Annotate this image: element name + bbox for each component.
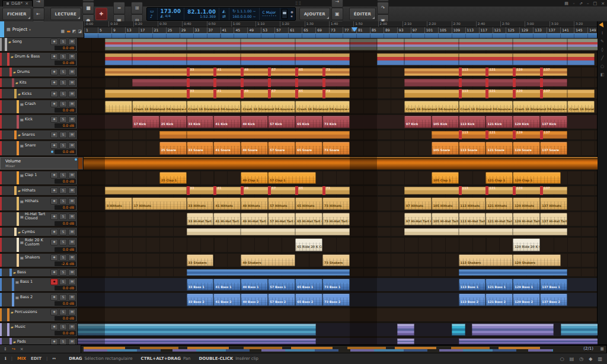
clip[interactable]: 41 Hithats (213, 197, 241, 210)
clip[interactable]: 9 Hithats (105, 197, 132, 210)
arrange-lane[interactable]: 334149576573113121129137 (77, 89, 598, 98)
clip[interactable]: Crash 16 Dixieland 04-bounce-4 (513, 101, 567, 113)
play-menu-button[interactable]: LECTURE (50, 8, 81, 20)
volume-readout[interactable]: 0.0 dB (55, 331, 76, 336)
record-arm-button[interactable]: ● (50, 279, 58, 285)
mute-button[interactable]: M (68, 294, 76, 301)
clip[interactable]: 113 Bass 1 (459, 279, 486, 290)
mute-button[interactable]: M (68, 229, 76, 235)
solo-button[interactable]: S (59, 294, 67, 301)
list-view-icon[interactable]: ▬ (66, 29, 71, 34)
track-header[interactable]: ▰Music●SM0.0 dB (0, 323, 77, 336)
track-header[interactable]: ▰Kits●SM (0, 78, 77, 87)
solo-button[interactable]: S (59, 101, 67, 107)
overview-segment[interactable] (241, 228, 295, 235)
bar-ruler[interactable]: 1591317212529333741454953576165697377818… (84, 27, 598, 33)
overview-segment[interactable] (513, 39, 567, 50)
export-icon[interactable]: ⇤ (33, 8, 44, 20)
clip[interactable]: 65 Bass 1 (295, 279, 322, 290)
volume-readout[interactable]: 0.0 dB (55, 60, 76, 65)
clip[interactable]: Crash 16 Dixieland 04-bounce-4 (567, 101, 595, 113)
overview-segment[interactable] (187, 228, 241, 235)
transport-mid-toggles[interactable]: ◭⇄ (219, 8, 229, 20)
clip[interactable]: 49 Kick (241, 116, 268, 128)
overview-segment[interactable] (472, 324, 554, 336)
overview-segment[interactable] (159, 131, 187, 139)
mute-button[interactable]: M (68, 213, 76, 220)
clip[interactable]: 105 Snare (432, 142, 459, 155)
track-header[interactable]: ▰Song●SM0.0 dB (0, 38, 77, 51)
monitor-button[interactable]: ● (50, 294, 58, 301)
track-header[interactable]: ▰Kicks●SM (0, 89, 77, 98)
overview-segment[interactable] (397, 324, 414, 336)
monitor-button[interactable]: ● (50, 187, 58, 194)
clip[interactable]: 73 Hi-Hat Tart Clos (322, 213, 350, 225)
clip[interactable]: Crash 16 Dixieland 04-bounce-4 (187, 101, 241, 113)
solo-button[interactable]: S (59, 269, 67, 276)
clip[interactable]: 49 Hithats (241, 197, 268, 210)
pointer-tool[interactable] (599, 22, 605, 28)
track-header[interactable]: ▤Ride 20 K Custom●SM0.0 dB (0, 238, 77, 252)
dot-icon[interactable]: ◦ (573, 1, 575, 6)
track-header[interactable]: ▰Percussions●SM0.0 dB (0, 308, 77, 321)
clip[interactable]: 49 Snare (241, 142, 268, 155)
arrange-lane[interactable] (83, 157, 598, 170)
transport-mini-buttons[interactable]: ●▪ (289, 8, 295, 20)
solo-button[interactable]: S (59, 69, 67, 75)
clip[interactable]: 129 Hithats (513, 197, 540, 210)
edit-mode-label[interactable]: EDIT (31, 356, 41, 361)
transport-display[interactable]: ▭♪ 173.00 ◭ 4/4 82.1.1.00 1:52.369 ◭⇄ ↻ … (146, 7, 296, 21)
clip[interactable]: 97 Kick (404, 116, 432, 128)
pencil-tool[interactable]: ✎ (600, 39, 604, 44)
clip[interactable]: 57 Bass 2 (268, 293, 295, 306)
overview-segment[interactable] (295, 53, 350, 65)
solo-button[interactable]: S (59, 79, 67, 86)
clip[interactable]: 113 Kick (459, 116, 486, 128)
clip[interactable]: 137 Hi-Hat Tart Clos (540, 213, 567, 225)
time-signature[interactable]: 4/4 (165, 14, 171, 18)
window-grip-dots[interactable]: ⣿⣿ (295, 1, 302, 5)
clip[interactable]: Crash 16 Dixieland 04-bounce-4 (241, 101, 295, 113)
clip[interactable]: 49 Bass 1 (241, 279, 268, 290)
monitor-button[interactable]: ● (50, 339, 58, 345)
clip[interactable]: 73 Bass 2 (322, 293, 350, 306)
mute-button[interactable]: M (68, 142, 76, 149)
clip[interactable]: Crash 16 Dixieland 04-bounce-4 (404, 101, 459, 113)
overview-segment[interactable] (404, 53, 459, 65)
solo-button[interactable]: S (59, 172, 67, 178)
maximize-icon[interactable]: □ (593, 1, 598, 6)
clip[interactable]: 33 Bass 2 (187, 293, 214, 306)
overview-segment[interactable] (459, 269, 568, 276)
overview-segment[interactable] (377, 53, 404, 65)
clip[interactable]: 73 Shakers (322, 254, 350, 266)
expand-icon[interactable]: ◩ (72, 29, 76, 34)
clip[interactable]: 33 Shakers (187, 254, 214, 266)
clip[interactable]: 113 Snare (459, 142, 486, 155)
master-fader[interactable] (282, 9, 287, 19)
clip[interactable]: 33 Hi-Hat Tart Clos (187, 213, 214, 225)
volume-readout[interactable]: 0.0 dB (55, 149, 76, 154)
clip[interactable]: 65 Snare (295, 142, 322, 155)
resize-icon[interactable]: ↔ (52, 356, 56, 361)
track-header[interactable]: ▤Kick●SM0.0 dB (0, 115, 77, 129)
stop-icon[interactable]: ■ (82, 2, 94, 14)
clip[interactable]: 49 Clap 1 (241, 172, 268, 184)
clip[interactable]: 41 Bass 2 (213, 293, 241, 306)
chevron-down-icon[interactable]: ▾ (29, 28, 31, 31)
clip[interactable]: 121 Kick (485, 116, 513, 128)
info-icon[interactable]: ℹ (5, 356, 7, 361)
mute-button[interactable]: M (68, 269, 76, 276)
clip[interactable]: 57 Hithats (268, 197, 295, 210)
track-header[interactable]: ▤Hithats●SM0.0 dB (0, 197, 77, 210)
loop-start[interactable]: 1.1.1.00 (237, 9, 252, 13)
monitor-button[interactable]: ● (50, 254, 58, 261)
pointer-icon[interactable]: ◆ (589, 356, 592, 362)
clip[interactable] (105, 101, 132, 113)
monitor-button[interactable]: ● (50, 229, 58, 235)
monitor-button[interactable]: ● (50, 309, 58, 315)
clip[interactable]: Crash 16 Dixieland 04-bounce-4 (132, 101, 187, 113)
arrange-lane[interactable]: 9 Hithats17 Hithats33 Hithats41 Hithats4… (77, 197, 598, 210)
clip[interactable]: 121 Snare (485, 142, 513, 155)
clip[interactable]: 73 Bass 1 (322, 279, 350, 290)
arrange-lane[interactable]: 33 Shakers49 Shakers73 Shakers113 Shaker… (77, 254, 598, 267)
